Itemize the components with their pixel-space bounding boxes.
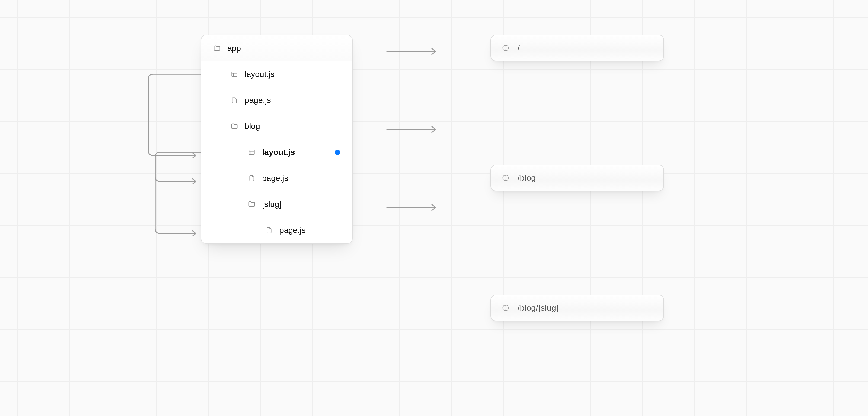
connector-elbow-icon — [148, 74, 201, 158]
folder-icon — [213, 44, 221, 52]
tree-label: app — [227, 44, 352, 53]
arrow-right-icon — [386, 47, 440, 48]
svg-rect-0 — [231, 72, 237, 76]
tree-row-layout: layout.js — [201, 61, 352, 87]
file-icon — [230, 96, 238, 104]
url-pill-slug: /blog/[slug] — [490, 295, 664, 321]
layout-icon — [248, 148, 255, 156]
globe-icon — [502, 304, 509, 312]
globe-icon — [502, 174, 509, 182]
url-pill-root: / — [490, 35, 664, 61]
tree-label: blog — [245, 122, 352, 131]
url-text: /blog — [518, 173, 536, 182]
tree-row-blog: blog — [201, 113, 352, 139]
tree-label: page.js — [262, 174, 352, 183]
connector-elbow-icon — [155, 152, 201, 236]
tree-label: layout.js — [262, 148, 335, 157]
svg-rect-1 — [249, 150, 254, 154]
active-dot — [335, 149, 340, 155]
tree-row-app: app — [201, 35, 352, 61]
folder-icon — [230, 123, 238, 130]
file-icon — [248, 174, 255, 182]
tree-row-page: page.js — [201, 87, 352, 113]
diagram-canvas: app layout.js page.js blog layout.js — [0, 0, 868, 416]
tree-row-blog-page: page.js — [201, 165, 352, 191]
tree-label: [slug] — [262, 200, 352, 209]
tree-label: page.js — [245, 96, 352, 105]
tree-row-slug: [slug] — [201, 191, 352, 217]
tree-row-slug-page: page.js — [201, 217, 352, 243]
arrow-right-icon — [386, 203, 440, 205]
file-tree-card: app layout.js page.js blog layout.js — [201, 35, 352, 244]
url-pill-blog: /blog — [490, 165, 664, 191]
arrow-right-icon — [386, 126, 440, 127]
layout-icon — [230, 70, 238, 78]
file-icon — [265, 227, 273, 234]
tree-label: page.js — [279, 226, 352, 235]
tree-label: layout.js — [245, 70, 352, 79]
tree-row-blog-layout: layout.js — [201, 139, 352, 165]
globe-icon — [502, 44, 509, 52]
url-text: / — [518, 43, 520, 53]
url-text: /blog/[slug] — [518, 303, 558, 313]
folder-icon — [248, 200, 255, 208]
